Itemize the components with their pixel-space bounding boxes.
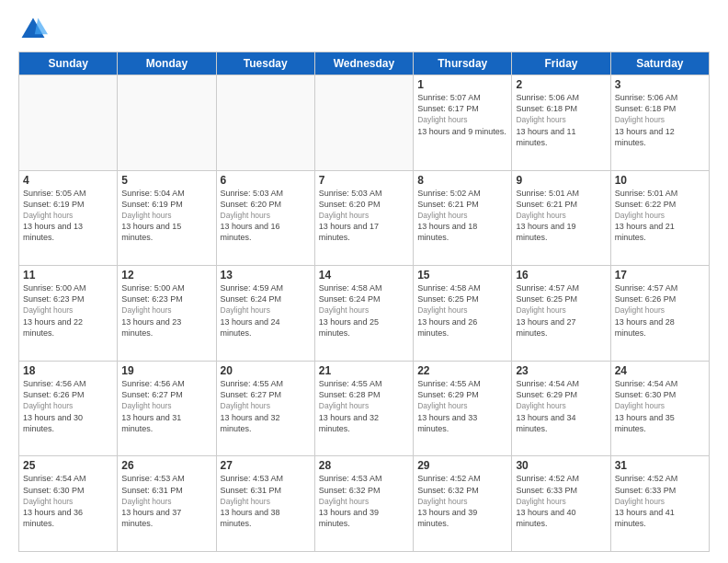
day-cell: 2Sunrise: 5:06 AMSunset: 6:18 PMDaylight… [512, 75, 610, 171]
day-number: 25 [23, 459, 113, 472]
svg-marker-1 [35, 18, 48, 35]
daylight-label: Daylight hours [516, 211, 565, 220]
daylight-label: Daylight hours [319, 211, 369, 220]
day-number: 30 [516, 459, 606, 472]
day-info: Sunrise: 4:59 AMSunset: 6:24 PMDaylight … [221, 282, 311, 339]
day-cell: 29Sunrise: 4:52 AMSunset: 6:32 PMDayligh… [414, 456, 512, 552]
daylight-label: Daylight hours [23, 497, 73, 506]
day-cell: 9Sunrise: 5:01 AMSunset: 6:21 PMDaylight… [512, 170, 610, 266]
day-number: 14 [319, 269, 409, 282]
logo-icon [18, 15, 48, 44]
day-info: Sunrise: 5:02 AMSunset: 6:21 PMDaylight … [417, 188, 507, 244]
day-number: 4 [23, 174, 113, 187]
day-cell: 4Sunrise: 5:05 AMSunset: 6:19 PMDaylight… [19, 170, 118, 266]
day-info: Sunrise: 4:56 AMSunset: 6:27 PMDaylight … [121, 378, 211, 434]
day-cell: 23Sunrise: 4:54 AMSunset: 6:29 PMDayligh… [512, 361, 610, 456]
daylight-label: Daylight hours [23, 305, 73, 315]
daylight-label: Daylight hours [516, 305, 565, 315]
day-cell: 28Sunrise: 4:53 AMSunset: 6:32 PMDayligh… [314, 456, 413, 552]
day-cell: 10Sunrise: 5:01 AMSunset: 6:22 PMDayligh… [610, 170, 709, 266]
day-info: Sunrise: 4:52 AMSunset: 6:33 PMDaylight … [516, 473, 606, 529]
daylight-label: Daylight hours [23, 401, 73, 410]
day-number: 22 [417, 364, 507, 377]
daylight-label: Daylight hours [121, 305, 171, 315]
day-number: 27 [221, 459, 311, 472]
daylight-label: Daylight hours [221, 305, 270, 315]
day-cell: 19Sunrise: 4:56 AMSunset: 6:27 PMDayligh… [118, 361, 216, 456]
week-row-4: 18Sunrise: 4:56 AMSunset: 6:26 PMDayligh… [19, 361, 710, 456]
day-cell: 15Sunrise: 4:58 AMSunset: 6:25 PMDayligh… [414, 266, 512, 362]
day-info: Sunrise: 4:55 AMSunset: 6:28 PMDaylight … [319, 378, 409, 434]
day-cell: 7Sunrise: 5:03 AMSunset: 6:20 PMDaylight… [314, 170, 413, 266]
day-info: Sunrise: 4:57 AMSunset: 6:25 PMDaylight … [516, 282, 606, 339]
day-number: 16 [516, 269, 606, 282]
day-info: Sunrise: 5:07 AMSunset: 6:17 PMDaylight … [417, 92, 507, 137]
day-number: 19 [121, 364, 211, 377]
day-number: 24 [615, 364, 705, 377]
day-number: 2 [516, 78, 606, 91]
day-number: 17 [615, 269, 705, 282]
day-cell: 17Sunrise: 4:57 AMSunset: 6:26 PMDayligh… [610, 266, 709, 362]
day-number: 28 [319, 459, 409, 472]
day-info: Sunrise: 4:57 AMSunset: 6:26 PMDaylight … [615, 282, 705, 339]
daylight-label: Daylight hours [121, 497, 171, 506]
day-number: 29 [417, 459, 507, 472]
daylight-label: Daylight hours [615, 115, 665, 124]
day-number: 31 [615, 459, 705, 472]
col-header-thursday: Thursday [414, 52, 512, 75]
daylight-label: Daylight hours [417, 497, 467, 506]
day-cell: 21Sunrise: 4:55 AMSunset: 6:28 PMDayligh… [314, 361, 413, 456]
day-cell: 1Sunrise: 5:07 AMSunset: 6:17 PMDaylight… [414, 75, 512, 171]
day-cell: 16Sunrise: 4:57 AMSunset: 6:25 PMDayligh… [512, 266, 610, 362]
day-info: Sunrise: 4:53 AMSunset: 6:31 PMDaylight … [221, 473, 311, 529]
col-header-wednesday: Wednesday [314, 52, 413, 75]
daylight-label: Daylight hours [615, 211, 665, 220]
daylight-label: Daylight hours [221, 401, 270, 410]
day-number: 5 [121, 174, 211, 187]
header [18, 15, 710, 44]
daylight-label: Daylight hours [417, 211, 467, 220]
day-number: 21 [319, 364, 409, 377]
day-cell: 27Sunrise: 4:53 AMSunset: 6:31 PMDayligh… [216, 456, 314, 552]
day-number: 13 [221, 269, 311, 282]
day-info: Sunrise: 4:55 AMSunset: 6:27 PMDaylight … [221, 378, 311, 434]
daylight-label: Daylight hours [417, 401, 467, 410]
daylight-label: Daylight hours [615, 305, 665, 315]
day-info: Sunrise: 4:52 AMSunset: 6:33 PMDaylight … [615, 473, 705, 529]
page: SundayMondayTuesdayWednesdayThursdayFrid… [0, 0, 728, 563]
day-cell: 31Sunrise: 4:52 AMSunset: 6:33 PMDayligh… [610, 456, 709, 552]
daylight-label: Daylight hours [319, 497, 369, 506]
day-info: Sunrise: 4:53 AMSunset: 6:32 PMDaylight … [319, 473, 409, 529]
day-cell [216, 75, 314, 171]
day-cell: 14Sunrise: 4:58 AMSunset: 6:24 PMDayligh… [314, 266, 413, 362]
day-cell [19, 75, 118, 171]
daylight-label: Daylight hours [319, 401, 369, 410]
col-header-sunday: Sunday [19, 52, 118, 75]
col-header-tuesday: Tuesday [216, 52, 314, 75]
calendar-table: SundayMondayTuesdayWednesdayThursdayFrid… [18, 52, 710, 552]
day-info: Sunrise: 4:56 AMSunset: 6:26 PMDaylight … [23, 378, 113, 434]
day-number: 15 [417, 269, 507, 282]
day-number: 3 [615, 78, 705, 91]
day-number: 20 [221, 364, 311, 377]
daylight-label: Daylight hours [516, 497, 565, 506]
day-info: Sunrise: 5:05 AMSunset: 6:19 PMDaylight … [23, 188, 113, 244]
day-info: Sunrise: 4:54 AMSunset: 6:29 PMDaylight … [516, 378, 606, 434]
day-cell: 11Sunrise: 5:00 AMSunset: 6:23 PMDayligh… [19, 266, 118, 362]
day-number: 23 [516, 364, 606, 377]
day-info: Sunrise: 5:00 AMSunset: 6:23 PMDaylight … [121, 282, 211, 339]
day-cell: 25Sunrise: 4:54 AMSunset: 6:30 PMDayligh… [19, 456, 118, 552]
day-number: 1 [417, 78, 507, 91]
day-number: 8 [417, 174, 507, 187]
day-info: Sunrise: 5:06 AMSunset: 6:18 PMDaylight … [615, 92, 705, 148]
day-info: Sunrise: 4:54 AMSunset: 6:30 PMDaylight … [615, 378, 705, 434]
day-info: Sunrise: 5:01 AMSunset: 6:22 PMDaylight … [615, 188, 705, 244]
day-number: 10 [615, 174, 705, 187]
daylight-label: Daylight hours [121, 401, 171, 410]
week-row-2: 4Sunrise: 5:05 AMSunset: 6:19 PMDaylight… [19, 170, 710, 266]
calendar-header-row: SundayMondayTuesdayWednesdayThursdayFrid… [19, 52, 710, 75]
day-cell: 30Sunrise: 4:52 AMSunset: 6:33 PMDayligh… [512, 456, 610, 552]
daylight-label: Daylight hours [221, 497, 270, 506]
daylight-label: Daylight hours [221, 211, 270, 220]
day-info: Sunrise: 4:58 AMSunset: 6:24 PMDaylight … [319, 282, 409, 339]
